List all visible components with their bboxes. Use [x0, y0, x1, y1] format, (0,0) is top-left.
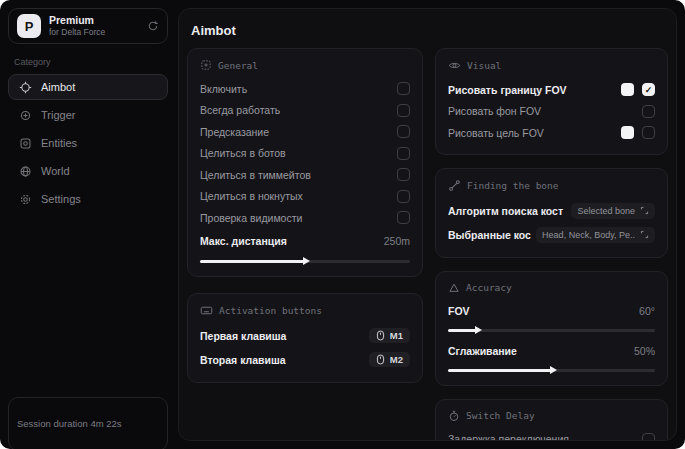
- smoothing-row: Сглаживание 50%: [448, 340, 655, 362]
- max-distance-slider[interactable]: [200, 256, 410, 266]
- toggle-row: Целиться в тиммейтов: [200, 164, 410, 186]
- second-key-button[interactable]: M2: [369, 352, 410, 367]
- sidebar-item-label: Entities: [41, 137, 77, 149]
- general-header: General: [218, 60, 258, 71]
- bone-icon: [448, 179, 461, 192]
- session-duration-value: 4m 22s: [90, 418, 121, 429]
- slider-thumb[interactable]: [550, 366, 557, 374]
- sidebar-item-trigger[interactable]: Trigger: [8, 102, 168, 128]
- sidebar-item-entities[interactable]: Entities: [8, 130, 168, 156]
- second-key-row: Вторая клавиша M2: [200, 348, 410, 372]
- target-bots-checkbox[interactable]: [397, 147, 410, 160]
- sidebar-item-label: Trigger: [41, 109, 75, 121]
- finding-bone-card: Finding the bone Алгоритм поиска кост Se…: [435, 168, 668, 258]
- smoothing-value: 50%: [634, 345, 655, 357]
- fov-border-checkbox[interactable]: ✓: [642, 83, 655, 96]
- sidebar: P Premium for Delta Force Category Aimbo…: [8, 8, 168, 441]
- mouse-icon: [376, 354, 385, 365]
- brand-subtitle: for Delta Force: [49, 27, 139, 38]
- fov-value: 60°: [639, 305, 655, 317]
- sidebar-item-aimbot[interactable]: Aimbot: [8, 74, 168, 100]
- brand-title: Premium: [49, 14, 139, 27]
- expand-icon: [640, 230, 649, 239]
- app-window: P Premium for Delta Force Category Aimbo…: [0, 0, 685, 449]
- session-duration-label: Session duration: [17, 418, 88, 429]
- always-work-checkbox[interactable]: [397, 104, 410, 117]
- mouse-icon: [376, 330, 385, 341]
- fov-background-checkbox[interactable]: [642, 105, 655, 118]
- sync-icon[interactable]: [147, 20, 159, 32]
- switch-delay-toggle-row: Задержка переключения: [448, 429, 655, 442]
- switch-delay-header: Switch Delay: [466, 410, 535, 421]
- eye-icon: [448, 59, 461, 72]
- world-icon: [19, 165, 32, 178]
- fov-border-color-swatch[interactable]: [621, 83, 634, 96]
- sidebar-item-world[interactable]: World: [8, 158, 168, 184]
- keyboard-icon: [200, 304, 213, 317]
- selected-bones-dropdown[interactable]: Head, Neck, Body, Pe..: [536, 227, 655, 243]
- toggle-row: Всегда работать: [200, 100, 410, 122]
- visual-card: Visual Рисовать границу FOV ✓ Рисовать ф…: [435, 48, 668, 155]
- toggle-row: Предсказание: [200, 121, 410, 143]
- expand-icon: [640, 206, 649, 215]
- target-knocked-checkbox[interactable]: [397, 190, 410, 203]
- fov-target-checkbox[interactable]: [642, 126, 655, 139]
- max-distance-row: Макс. дистанция 250m: [200, 229, 410, 253]
- smoothing-slider[interactable]: [448, 365, 655, 375]
- target-teammates-checkbox[interactable]: [397, 168, 410, 181]
- main-panel: Aimbot General Включить: [178, 8, 677, 441]
- accuracy-card: Accuracy FOV 60° Сглаживание 50%: [435, 271, 668, 386]
- general-card: General Включить Всегда работать Предска…: [187, 48, 423, 277]
- first-key-row: Первая клавиша M1: [200, 324, 410, 348]
- fov-border-row: Рисовать границу FOV ✓: [448, 79, 655, 101]
- sidebar-item-label: Settings: [41, 193, 81, 205]
- toggle-row: Включить: [200, 78, 410, 100]
- fov-target-row: Рисовать цель FOV: [448, 122, 655, 144]
- switch-delay-card: Switch Delay Задержка переключения Задер…: [435, 399, 668, 442]
- activation-buttons-card: Activation buttons Первая клавиша M1: [187, 293, 423, 383]
- trigger-icon: [19, 109, 32, 122]
- switch-delay-checkbox[interactable]: [642, 433, 655, 441]
- toggle-row: Проверка видимости: [200, 207, 410, 229]
- brand-card: P Premium for Delta Force: [8, 8, 168, 44]
- first-key-button[interactable]: M1: [369, 328, 410, 343]
- slider-thumb[interactable]: [475, 326, 482, 334]
- bone-header: Finding the bone: [467, 180, 559, 191]
- slider-thumb[interactable]: [303, 257, 310, 265]
- fov-slider[interactable]: [448, 325, 655, 335]
- sidebar-item-label: Aimbot: [41, 81, 75, 93]
- enable-checkbox[interactable]: [397, 82, 410, 95]
- session-duration-card: Session duration 4m 22s: [8, 397, 168, 449]
- gear-icon: [19, 193, 32, 206]
- bone-algorithm-row: Алгоритм поиска кост Selected bone: [448, 199, 655, 223]
- max-distance-value: 250m: [384, 235, 410, 247]
- toggle-row: Целиться в нокнутых: [200, 186, 410, 208]
- activation-header: Activation buttons: [219, 305, 322, 316]
- triangle-icon: [448, 282, 460, 294]
- sidebar-item-settings[interactable]: Settings: [8, 186, 168, 212]
- entities-icon: [19, 137, 32, 150]
- general-icon: [200, 59, 212, 71]
- category-label: Category: [14, 57, 162, 67]
- crosshair-icon: [19, 81, 32, 94]
- toggle-row: Целиться в ботов: [200, 143, 410, 165]
- visibility-check-checkbox[interactable]: [397, 211, 410, 224]
- bone-algorithm-dropdown[interactable]: Selected bone: [571, 203, 655, 219]
- page-title: Aimbot: [191, 23, 664, 38]
- brand-logo: P: [17, 14, 41, 38]
- visual-header: Visual: [467, 60, 501, 71]
- sidebar-item-label: World: [41, 165, 70, 177]
- prediction-checkbox[interactable]: [397, 125, 410, 138]
- selected-bones-row: Выбранные кос Head, Neck, Body, Pe..: [448, 223, 655, 247]
- fov-background-row: Рисовать фон FOV: [448, 101, 655, 123]
- fov-target-color-swatch[interactable]: [621, 126, 634, 139]
- stopwatch-icon: [448, 410, 460, 422]
- accuracy-header: Accuracy: [466, 282, 512, 293]
- fov-slider-row: FOV 60°: [448, 301, 655, 323]
